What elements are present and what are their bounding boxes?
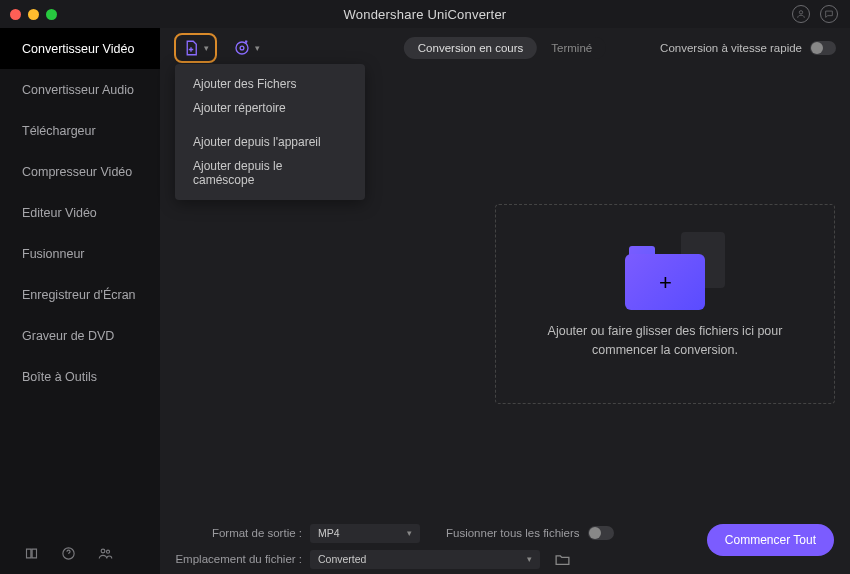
dropzone-text: Ajouter ou faire glisser des fichiers ic… <box>496 322 834 360</box>
window-controls <box>10 9 57 20</box>
help-icon[interactable] <box>61 546 76 561</box>
svg-point-3 <box>106 550 109 553</box>
output-location-value: Converted <box>318 553 366 565</box>
maximize-window[interactable] <box>46 9 57 20</box>
merge-toggle[interactable] <box>588 526 614 540</box>
merge-label: Fusionner tous les fichiers <box>446 527 580 539</box>
tab-done[interactable]: Terminé <box>537 37 606 59</box>
chevron-down-icon: ▾ <box>204 43 209 53</box>
start-all-button[interactable]: Commencer Tout <box>707 524 834 556</box>
titlebar: Wondershare UniConverter <box>0 0 850 28</box>
sidebar-item-video-editor[interactable]: Editeur Vidéo <box>0 192 160 233</box>
status-tabs: Conversion en cours Terminé <box>404 37 606 59</box>
svg-point-0 <box>799 11 802 14</box>
tab-converting[interactable]: Conversion en cours <box>404 37 537 59</box>
chat-icon[interactable] <box>820 5 838 23</box>
plus-icon: + <box>659 270 672 296</box>
dropdown-item-add-folder[interactable]: Ajouter répertoire <box>175 96 365 120</box>
app-title: Wondershare UniConverter <box>344 7 507 22</box>
chevron-down-icon: ▾ <box>407 528 412 538</box>
chevron-down-icon: ▾ <box>255 43 260 53</box>
sidebar-item-video-converter[interactable]: Convertisseur Vidéo <box>0 28 160 69</box>
high-speed-label: Conversion à vitesse rapide <box>660 42 802 54</box>
sidebar: Convertisseur Vidéo Convertisseur Audio … <box>0 28 160 574</box>
account-icon[interactable] <box>792 5 810 23</box>
output-format-select[interactable]: MP4 ▾ <box>310 524 420 543</box>
close-window[interactable] <box>10 9 21 20</box>
output-location-label: Emplacement du fichier : <box>174 553 302 565</box>
sidebar-item-merger[interactable]: Fusionneur <box>0 233 160 274</box>
sidebar-item-toolbox[interactable]: Boîte à Outils <box>0 356 160 397</box>
dropdown-item-from-device[interactable]: Ajouter depuis l'appareil <box>175 130 365 154</box>
sidebar-label: Boîte à Outils <box>22 370 97 384</box>
sidebar-item-audio-converter[interactable]: Convertisseur Audio <box>0 69 160 110</box>
sidebar-item-screen-recorder[interactable]: Enregistreur d'Écran <box>0 274 160 315</box>
chevron-down-icon: ▾ <box>527 554 532 564</box>
output-location-select[interactable]: Converted ▾ <box>310 550 540 569</box>
sidebar-item-dvd-burner[interactable]: Graveur de DVD <box>0 315 160 356</box>
people-icon[interactable] <box>98 546 113 561</box>
svg-point-2 <box>101 549 105 553</box>
folder-icon: + <box>625 248 705 308</box>
sidebar-label: Convertisseur Audio <box>22 83 134 97</box>
minimize-window[interactable] <box>28 9 39 20</box>
file-add-icon <box>182 39 200 57</box>
sidebar-footer <box>0 532 160 574</box>
sidebar-label: Graveur de DVD <box>22 329 114 343</box>
sidebar-label: Téléchargeur <box>22 124 96 138</box>
toolbar: ▾ ▾ Conversion en cours Terminé Conversi… <box>160 28 850 68</box>
book-icon[interactable] <box>24 546 39 561</box>
dropdown-item-from-camcorder[interactable]: Ajouter depuis le caméscope <box>175 154 365 192</box>
sidebar-label: Convertisseur Vidéo <box>22 42 134 56</box>
disc-add-icon <box>233 39 251 57</box>
output-format-value: MP4 <box>318 527 340 539</box>
sidebar-label: Enregistreur d'Écran <box>22 288 136 302</box>
sidebar-label: Fusionneur <box>22 247 85 261</box>
dropzone[interactable]: + Ajouter ou faire glisser des fichiers … <box>495 204 835 404</box>
sidebar-label: Compresseur Vidéo <box>22 165 132 179</box>
merge-row: Fusionner tous les fichiers <box>446 526 614 540</box>
sidebar-label: Editeur Vidéo <box>22 206 97 220</box>
sidebar-item-downloader[interactable]: Téléchargeur <box>0 110 160 151</box>
high-speed-row: Conversion à vitesse rapide <box>660 41 836 55</box>
add-file-dropdown: Ajouter des Fichers Ajouter répertoire A… <box>175 64 365 200</box>
add-file-button[interactable]: ▾ <box>174 33 217 63</box>
dropdown-item-add-files[interactable]: Ajouter des Fichers <box>175 72 365 96</box>
sidebar-item-video-compressor[interactable]: Compresseur Vidéo <box>0 151 160 192</box>
svg-point-4 <box>236 42 248 54</box>
open-folder-icon[interactable] <box>554 551 571 568</box>
high-speed-toggle[interactable] <box>810 41 836 55</box>
svg-point-5 <box>240 46 244 50</box>
add-disc-button[interactable]: ▾ <box>227 35 266 61</box>
output-format-label: Format de sortie : <box>174 527 302 539</box>
bottombar: Format de sortie : MP4 ▾ Fusionner tous … <box>160 512 850 574</box>
